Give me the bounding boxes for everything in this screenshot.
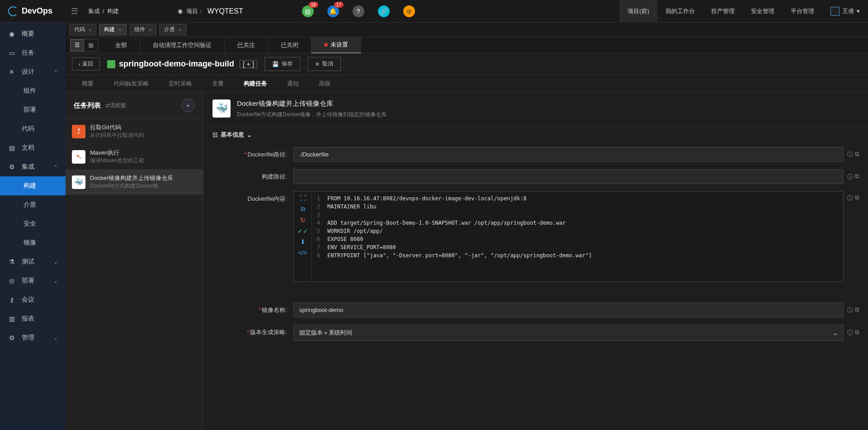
inner-tab[interactable]: 概要 — [72, 75, 104, 92]
code-content[interactable]: FROM 10.16.16.47:8082/devops-docker-imag… — [323, 192, 843, 281]
redo-icon[interactable]: ↻ — [300, 217, 306, 224]
tab-close-icon[interactable]: × — [89, 27, 91, 33]
tab-close-icon[interactable]: × — [179, 27, 181, 33]
topnav-item[interactable]: 项目(群) — [619, 0, 657, 23]
sidebar-item[interactable]: ⚗测试⌄ — [0, 252, 66, 271]
copy-icon[interactable]: ⧉ — [301, 205, 305, 213]
inner-tab[interactable]: 通知 — [277, 75, 309, 92]
list-view-icon[interactable]: ☰ — [71, 39, 84, 51]
help-icon[interactable]: ⓘ — [847, 329, 853, 337]
copy-icon[interactable]: ⧉ — [855, 151, 859, 159]
chevron-down-icon: ⌄ — [247, 132, 252, 138]
tab-close-icon[interactable]: × — [149, 27, 151, 33]
sidebar-item[interactable]: 代码 — [0, 119, 66, 138]
expand-icon[interactable]: ⛶ — [300, 194, 306, 202]
grid-view-icon[interactable]: ▦ — [84, 39, 98, 51]
help-icon[interactable]: ⓘ — [847, 306, 853, 314]
user-menu[interactable]: 王倩▾ — [822, 7, 868, 16]
back-button[interactable]: ‹返回 — [72, 57, 100, 71]
field-version-policy: *版本生成策略: 固定版本＋系统时间 ⌄ ⓘ⧉ — [203, 321, 868, 345]
download-icon[interactable]: ⬇ — [300, 238, 306, 246]
filter-item[interactable]: 未设置 — [311, 37, 361, 53]
breadcrumb-build[interactable]: 构建 — [107, 7, 119, 15]
editor-tab[interactable]: 代码× — [69, 24, 96, 35]
save-button[interactable]: 💾保存 — [264, 57, 300, 71]
brand-logo[interactable]: DevOps — [0, 6, 66, 16]
blocked-icon[interactable]: ⊘ — [403, 5, 415, 17]
topnav-item[interactable]: 安全管理 — [743, 0, 783, 23]
task-item-title: 拉取Git代码 — [90, 123, 197, 132]
inner-tab[interactable]: 变量 — [202, 75, 234, 92]
filter-item[interactable]: 全部 — [103, 37, 140, 53]
add-task-button[interactable]: + — [181, 99, 195, 112]
field-dockerfile-path: *Dockerfile路径: ⓘ⧉ — [203, 143, 868, 165]
sidebar-item[interactable]: ◉概要 — [0, 24, 66, 43]
sidebar-item[interactable]: ▭任务 — [0, 43, 66, 62]
bell-icon[interactable]: 🔔17 — [327, 5, 339, 17]
topnav-item[interactable]: 投产管理 — [703, 0, 743, 23]
task-item-icon: ➷ — [72, 150, 85, 164]
sidebar-item[interactable]: ▥报表 — [0, 309, 66, 328]
copy-icon[interactable]: ⧉ — [855, 173, 859, 181]
dockerfile-path-input[interactable] — [293, 147, 844, 162]
task-list-flowchart-link[interactable]: ⇄流程图 — [105, 102, 126, 109]
inner-tab[interactable]: 代码触发策略 — [104, 75, 159, 92]
tab-close-icon[interactable]: × — [118, 27, 121, 33]
editor-tab[interactable]: 组件× — [129, 24, 156, 35]
sidebar-item[interactable]: 构建 — [0, 176, 66, 195]
copy-icon[interactable]: ⧉ — [855, 194, 859, 202]
version-policy-select[interactable]: 固定版本＋系统时间 ⌄ — [293, 325, 844, 341]
sidebar-item[interactable]: ✕设计⌃ — [0, 62, 66, 81]
link-icon[interactable]: 🔗 — [378, 5, 390, 17]
help-icon[interactable]: ? — [353, 5, 364, 17]
sidebar-item[interactable]: ◎部署⌄ — [0, 271, 66, 290]
build-path-input[interactable] — [293, 169, 844, 184]
sidebar-item[interactable]: 安全 — [0, 214, 66, 233]
sidebar-item[interactable]: ⚷会议 — [0, 290, 66, 309]
code-icon[interactable]: </> — [298, 249, 307, 256]
section-header-basic[interactable]: ☷ 基本信息 ⌄ — [203, 126, 868, 143]
brand-logo-icon — [8, 6, 18, 16]
copy-icon[interactable]: ⧉ — [855, 329, 859, 337]
sidebar-item[interactable]: 介质 — [0, 195, 66, 214]
project-selector[interactable]: ◉ 项目： WYQTEST — [178, 7, 243, 15]
menu-toggle-icon[interactable]: ☰ — [66, 6, 84, 16]
inner-tabs: 概要代码触发策略定时策略变量构建任务通知高级 — [66, 75, 868, 92]
sidebar-label: 镜像 — [24, 239, 36, 247]
sidebar-label: 概要 — [22, 30, 34, 38]
breadcrumb-integration[interactable]: 集成 — [88, 7, 100, 15]
filter-item[interactable]: 已关注 — [225, 37, 268, 53]
sidebar-item[interactable]: 部署 — [0, 100, 66, 119]
topnav: 项目(群)我的工作台投产管理安全管理平台管理王倩▾ — [619, 0, 868, 23]
editor-tab[interactable]: 构建× — [99, 24, 126, 35]
topnav-item[interactable]: 我的工作台 — [657, 0, 703, 23]
help-icon[interactable]: ⓘ — [847, 151, 853, 159]
inner-tab[interactable]: 构建任务 — [234, 75, 277, 92]
copy-icon[interactable]: ⧉ — [855, 306, 859, 314]
document-icon[interactable]: ▤16 — [302, 5, 314, 17]
help-icon[interactable]: ⓘ — [847, 173, 853, 181]
sidebar-item[interactable]: ⚙管理⌄ — [0, 328, 66, 347]
dockerfile-editor[interactable]: ⛶ ⧉ ↻ ✓✓ ⬇ </> 12345678 FROM 10.16.16.47… — [293, 191, 844, 282]
sidebar-label: 设计 — [22, 68, 34, 76]
task-item[interactable]: 🐳Docker镜像构建并上传镜像仓库Dockerfile方式构建Docker镜… — [66, 170, 203, 195]
add-bracket-button[interactable]: [ + ] — [240, 60, 257, 68]
filter-item[interactable]: 已关闭 — [268, 37, 311, 53]
filter-item[interactable]: 自动清理工作空间验证 — [140, 37, 225, 53]
inner-tab[interactable]: 高级 — [309, 75, 340, 92]
sidebar-item[interactable]: ▤文档 — [0, 138, 66, 157]
sidebar-icon: ▤ — [8, 144, 15, 151]
topnav-item[interactable]: 平台管理 — [783, 0, 822, 23]
inner-tab[interactable]: 定时策略 — [159, 75, 202, 92]
task-item[interactable]: ➷Maven执行编译Maven类型的工程 — [66, 144, 203, 170]
help-icon[interactable]: ⓘ — [847, 194, 853, 202]
bell-badge: 17 — [334, 2, 344, 8]
editor-tab[interactable]: 介质× — [159, 24, 186, 35]
task-item[interactable]: ⤴拉取Git代码从代码库中拉取源代码 — [66, 119, 203, 144]
image-name-input[interactable] — [293, 302, 844, 317]
check-icon[interactable]: ✓✓ — [297, 227, 308, 235]
cancel-button[interactable]: ✕取消 — [307, 57, 341, 71]
sidebar-item[interactable]: 镜像 — [0, 233, 66, 252]
sidebar-item[interactable]: 组件 — [0, 81, 66, 100]
sidebar-item[interactable]: ⚙集成⌃ — [0, 157, 66, 176]
